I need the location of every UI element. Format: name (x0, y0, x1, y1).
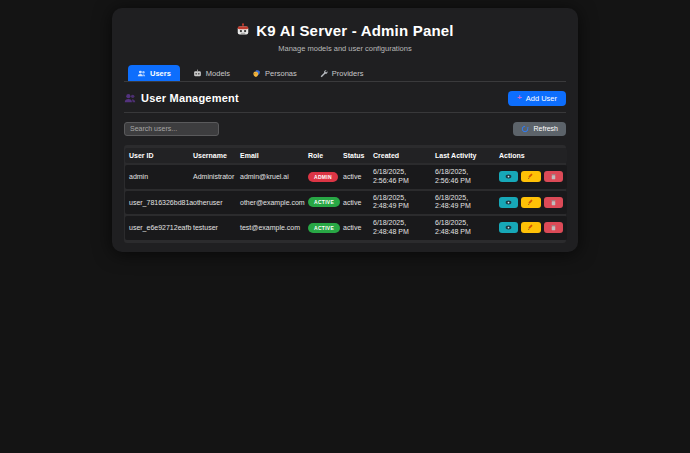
cell-user-id: admin (125, 165, 189, 189)
role-badge: ACTIVE (308, 197, 340, 207)
view-user-button[interactable] (499, 197, 518, 208)
cell-user-id: user_e6e92712eafb (125, 216, 189, 240)
pencil-icon (527, 199, 534, 206)
table-row: user_7816326bd81a otheruser other@exampl… (125, 191, 567, 215)
search-input[interactable] (124, 122, 219, 136)
tab-models[interactable]: Models (184, 65, 239, 81)
section-title: User Management (141, 92, 239, 104)
cell-status: active (339, 216, 369, 240)
tab-providers[interactable]: Providers (310, 65, 373, 81)
table-row: admin Administrator admin@kruel.ai ADMIN… (125, 165, 567, 189)
pencil-icon (527, 173, 534, 180)
eye-icon (505, 199, 512, 206)
tab-providers-label: Providers (332, 69, 364, 78)
trash-icon (550, 224, 557, 231)
masks-icon (252, 69, 261, 78)
tab-users[interactable]: Users (128, 65, 180, 81)
cell-last-activity: 6/18/2025, 2:48:48 PM (431, 216, 495, 240)
cell-email: other@example.com (236, 191, 304, 215)
edit-user-button[interactable] (521, 197, 540, 208)
view-user-button[interactable] (499, 222, 518, 233)
users-icon (137, 69, 146, 78)
tab-personas-label: Personas (265, 69, 297, 78)
users-table-wrap: User ID Username Email Role Status Creat… (124, 145, 566, 243)
plus-icon: + (517, 94, 522, 102)
cell-username: testuser (189, 216, 236, 240)
col-header-status: Status (339, 148, 369, 163)
col-header-user-id: User ID (125, 148, 189, 163)
add-user-label: Add User (526, 94, 557, 103)
tab-bar: Users Models Personas (124, 64, 566, 82)
page-title: K9 AI Server - Admin Panel (256, 22, 453, 39)
table-row: user_e6e92712eafb testuser test@example.… (125, 216, 567, 240)
cell-username: otheruser (189, 191, 236, 215)
wrench-icon (319, 69, 328, 78)
delete-user-button[interactable] (544, 222, 563, 233)
robot-icon (236, 23, 250, 37)
cell-created: 6/18/2025, 2:48:49 PM (369, 191, 431, 215)
cell-email: admin@kruel.ai (236, 165, 304, 189)
section-header: User Management + Add User (124, 90, 566, 106)
cell-username: Administrator (189, 165, 236, 189)
panel-header: K9 AI Server - Admin Panel (124, 20, 566, 40)
col-header-role: Role (304, 148, 339, 163)
pencil-icon (527, 224, 534, 231)
refresh-label: Refresh (533, 125, 558, 132)
cell-user-id: user_7816326bd81a (125, 191, 189, 215)
users-icon (124, 92, 136, 104)
eye-icon (505, 173, 512, 180)
view-user-button[interactable] (499, 171, 518, 182)
col-header-actions: Actions (495, 148, 567, 163)
admin-panel-card: K9 AI Server - Admin Panel Manage models… (112, 8, 578, 252)
edit-user-button[interactable] (521, 222, 540, 233)
trash-icon (550, 199, 557, 206)
cell-email: test@example.com (236, 216, 304, 240)
tab-users-label: Users (150, 69, 171, 78)
table-controls: Refresh (124, 121, 566, 136)
tab-models-label: Models (206, 69, 230, 78)
refresh-icon (521, 125, 529, 133)
users-table: User ID Username Email Role Status Creat… (125, 146, 567, 242)
refresh-button[interactable]: Refresh (513, 122, 566, 136)
cell-last-activity: 6/18/2025, 2:56:46 PM (431, 165, 495, 189)
col-header-last-activity: Last Activity (431, 148, 495, 163)
edit-user-button[interactable] (521, 171, 540, 182)
role-badge: ACTIVE (308, 223, 340, 233)
col-header-email: Email (236, 148, 304, 163)
table-header-row: User ID Username Email Role Status Creat… (125, 148, 567, 163)
cell-last-activity: 6/18/2025, 2:48:49 PM (431, 191, 495, 215)
cell-status: active (339, 191, 369, 215)
delete-user-button[interactable] (544, 197, 563, 208)
robot-icon (193, 69, 202, 78)
col-header-username: Username (189, 148, 236, 163)
add-user-button[interactable]: + Add User (508, 91, 566, 106)
eye-icon (505, 224, 512, 231)
page-subtitle: Manage models and user configurations (124, 44, 566, 54)
cell-created: 6/18/2025, 2:48:48 PM (369, 216, 431, 240)
tab-personas[interactable]: Personas (243, 65, 306, 81)
cell-created: 6/18/2025, 2:56:46 PM (369, 165, 431, 189)
delete-user-button[interactable] (544, 171, 563, 182)
trash-icon (550, 173, 557, 180)
role-badge: ADMIN (308, 172, 338, 182)
cell-status: active (339, 165, 369, 189)
col-header-created: Created (369, 148, 431, 163)
section-divider (124, 112, 566, 113)
